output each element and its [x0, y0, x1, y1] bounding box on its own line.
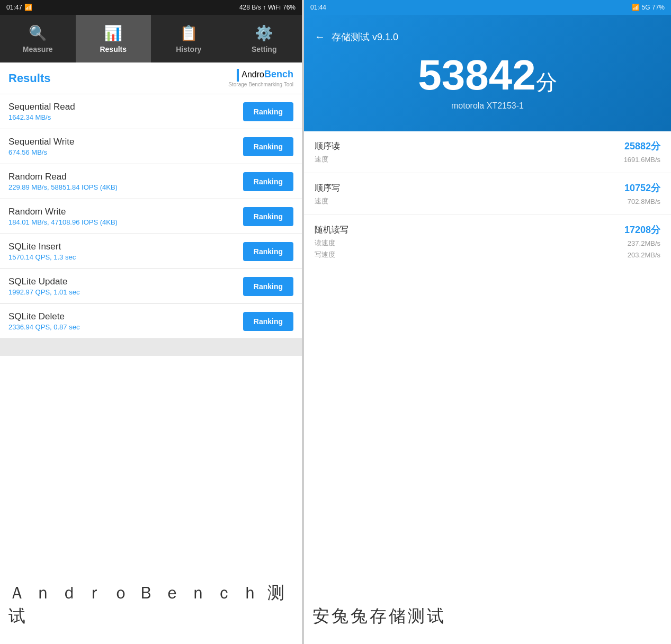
stat-sub-value-seq-write-speed: 702.8MB/s	[628, 198, 660, 205]
ranking-btn-rand-write[interactable]: Ranking	[243, 207, 293, 226]
bench-name-seq-write: Sequential Write	[8, 137, 74, 147]
battery-right: 77%	[652, 4, 665, 11]
bench-value-seq-read: 1642.34 MB/s	[8, 113, 75, 121]
score-unit: 分	[536, 70, 557, 94]
stat-score-seq-read: 25882分	[624, 140, 660, 153]
stat-label-seq-write: 顺序写	[315, 183, 340, 194]
bench-name-sqlite-insert: SQLite Insert	[8, 241, 76, 252]
stat-sub-row-seq-read-speed: 速度 1691.6MB/s	[315, 155, 660, 164]
nav-tabs: 🔍 Measure 📊 Results 📋 History ⚙️ Setting	[0, 15, 302, 62]
stat-sub-label-rand-write-speed: 写速度	[315, 250, 335, 260]
tab-history-label: History	[176, 45, 201, 53]
results-title: Results	[8, 71, 50, 85]
bottom-section-right: 安兔兔存储测试	[304, 580, 671, 644]
bottom-label-left: Ａ ｎ ｄ ｒ ｏ Ｂ ｅ ｎ ｃ ｈ 测试	[0, 356, 302, 644]
benchmark-row-rand-read: Random Read 229.89 MB/s, 58851.84 IOPS (…	[0, 164, 302, 199]
bench-name-sqlite-delete: SQLite Delete	[8, 311, 79, 322]
score-line: 53842分	[418, 54, 557, 97]
right-panel: 01:44 📶 5G 77% ← 存储测试 v9.1.0 53842分 moto…	[304, 0, 671, 644]
tab-setting[interactable]: ⚙️ Setting	[227, 15, 302, 62]
benchmark-info-sqlite-update: SQLite Update 1992.97 QPS, 1.01 sec	[8, 276, 79, 296]
stat-label-seq-read: 顺序读	[315, 141, 340, 152]
main-score: 53842	[418, 51, 535, 99]
logo-bench: Bench	[264, 69, 293, 79]
stat-sub-label-seq-read-speed: 速度	[315, 155, 328, 164]
results-header: Results AndroBench Storage Benchmarking …	[0, 62, 302, 94]
back-button[interactable]: ←	[315, 31, 325, 43]
androbench-logo: AndroBench Storage Benchmarking Tool	[228, 69, 293, 87]
tab-measure[interactable]: 🔍 Measure	[0, 15, 76, 62]
stat-sub-value-seq-read-speed: 1691.6MB/s	[624, 156, 660, 164]
stat-score-rand-rw: 17208分	[624, 223, 660, 236]
benchmark-row-rand-write: Random Write 184.01 MB/s, 47108.96 IOPS …	[0, 199, 302, 234]
bench-value-sqlite-insert: 1570.14 QPS, 1.3 sec	[8, 253, 76, 261]
ranking-btn-sqlite-insert[interactable]: Ranking	[243, 242, 293, 261]
battery-left: 76%	[283, 4, 296, 11]
benchmark-row-seq-read: Sequential Read 1642.34 MB/s Ranking	[0, 94, 302, 129]
stat-sub-row-rand-write-speed: 写速度 203.2MB/s	[315, 250, 660, 260]
bench-name-seq-read: Sequential Read	[8, 102, 75, 112]
bench-name-rand-read: Random Read	[8, 172, 118, 182]
tab-history[interactable]: 📋 History	[151, 15, 227, 62]
stat-header-rand-rw: 随机读写 17208分	[315, 223, 660, 236]
antutut-nav: ← 存储测试 v9.1.0	[315, 31, 660, 43]
stat-sub-label-seq-write-speed: 速度	[315, 196, 328, 206]
tab-measure-label: Measure	[23, 45, 53, 53]
bottom-label-right-text: 安兔兔存储测试	[312, 606, 446, 625]
stats-section: 顺序读 25882分 速度 1691.6MB/s 顺序写 10752分 速度 7…	[304, 131, 671, 580]
ranking-btn-sqlite-update[interactable]: Ranking	[243, 277, 293, 296]
benchmark-info-rand-write: Random Write 184.01 MB/s, 47108.96 IOPS …	[8, 207, 118, 226]
time-left: 01:47	[6, 4, 22, 11]
measure-icon: 🔍	[29, 24, 47, 42]
logo-subtitle: Storage Benchmarking Tool	[228, 82, 293, 87]
benchmark-row-sqlite-update: SQLite Update 1992.97 QPS, 1.01 sec Rank…	[0, 269, 302, 304]
benchmark-info-seq-write: Sequential Write 674.56 MB/s	[8, 137, 74, 156]
benchmark-info-sqlite-delete: SQLite Delete 2336.94 QPS, 0.87 sec	[8, 311, 79, 331]
ranking-btn-seq-write[interactable]: Ranking	[243, 137, 293, 156]
stat-row-rand-rw: 随机读写 17208分 读速度 237.2MB/s 写速度 203.2MB/s	[304, 215, 671, 268]
benchmark-list: Sequential Read 1642.34 MB/s Ranking Seq…	[0, 94, 302, 356]
data-up: 428 B/s ↑	[239, 4, 266, 11]
stat-row-seq-read: 顺序读 25882分 速度 1691.6MB/s	[304, 131, 671, 173]
results-icon: 📊	[104, 24, 122, 42]
benchmark-info-sqlite-insert: SQLite Insert 1570.14 QPS, 1.3 sec	[8, 241, 76, 261]
tab-results-label: Results	[100, 45, 127, 53]
status-right-time: 01:44	[310, 4, 326, 11]
device-name: motorola XT2153-1	[418, 101, 557, 111]
history-icon: 📋	[180, 24, 198, 42]
left-panel: 01:47 📶 428 B/s ↑ WiFi 76% 🔍 Measure 📊 R…	[0, 0, 302, 644]
stat-row-seq-write: 顺序写 10752分 速度 702.8MB/s	[304, 173, 671, 215]
benchmark-row-sqlite-insert: SQLite Insert 1570.14 QPS, 1.3 sec Ranki…	[0, 234, 302, 269]
logo-andro: Andro	[241, 70, 264, 79]
status-right-info: 428 B/s ↑ WiFi 76%	[239, 4, 296, 11]
bench-name-rand-write: Random Write	[8, 207, 118, 217]
logo-bar	[237, 69, 239, 82]
stat-sub-label-rand-read-speed: 读速度	[315, 238, 335, 248]
bench-value-rand-read: 229.89 MB/s, 58851.84 IOPS (4KB)	[8, 183, 118, 191]
stat-sub-row-seq-write-speed: 速度 702.8MB/s	[315, 196, 660, 206]
stat-header-seq-write: 顺序写 10752分	[315, 182, 660, 194]
benchmark-row-sqlite-delete: SQLite Delete 2336.94 QPS, 0.87 sec Rank…	[0, 304, 302, 339]
signal-icon: 📶	[24, 4, 32, 11]
status-bar-right: 01:44 📶 5G 77%	[304, 0, 671, 15]
ranking-btn-sqlite-delete[interactable]: Ranking	[243, 312, 293, 331]
benchmark-row-seq-write: Sequential Write 674.56 MB/s Ranking	[0, 129, 302, 164]
tab-setting-label: Setting	[252, 45, 276, 53]
status-right-icons: 📶 5G 77%	[632, 4, 665, 11]
benchmark-info-seq-read: Sequential Read 1642.34 MB/s	[8, 102, 75, 121]
stat-label-rand-rw: 随机读写	[315, 225, 348, 236]
bench-name-sqlite-update: SQLite Update	[8, 276, 79, 287]
ranking-btn-rand-read[interactable]: Ranking	[243, 172, 293, 191]
ranking-btn-seq-read[interactable]: Ranking	[243, 102, 293, 121]
stat-sub-row-rand-read-speed: 读速度 237.2MB/s	[315, 238, 660, 248]
main-container: 01:47 📶 428 B/s ↑ WiFi 76% 🔍 Measure 📊 R…	[0, 0, 671, 644]
setting-icon: ⚙️	[255, 24, 273, 42]
status-left-info: 01:47 📶	[6, 4, 32, 11]
wifi-icon: WiFi	[268, 4, 281, 11]
bottom-label-left-text: Ａ ｎ ｄ ｒ ｏ Ｂ ｅ ｎ ｃ ｈ 测试	[8, 582, 293, 628]
app-title: 存储测试 v9.1.0	[332, 31, 398, 43]
stat-sub-value-rand-write-speed: 203.2MB/s	[628, 251, 660, 259]
stat-sub-value-rand-read-speed: 237.2MB/s	[628, 239, 660, 247]
tab-results[interactable]: 📊 Results	[76, 15, 151, 62]
bottom-label-right: 安兔兔存储测试	[312, 605, 446, 628]
